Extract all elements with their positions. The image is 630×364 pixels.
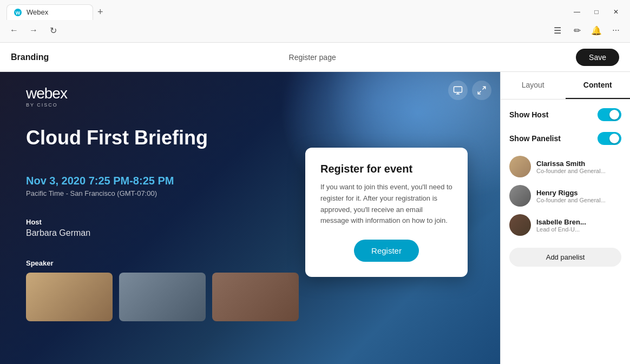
preview-area: webex by CISCO Cloud First Briefing Nov …	[0, 72, 500, 364]
window-controls: — □ ✕	[569, 4, 624, 19]
main-layout: webex by CISCO Cloud First Briefing Nov …	[0, 72, 630, 364]
forward-button[interactable]: →	[26, 23, 41, 38]
event-title: Cloud First Briefing	[26, 126, 208, 149]
panelist-info: Henry Riggs Co-founder and General...	[536, 189, 621, 203]
preview-desktop-button[interactable]	[448, 81, 468, 100]
speaker-photos	[26, 273, 299, 321]
browser-tab[interactable]: W Webex	[6, 4, 93, 20]
logo-text: webex	[26, 85, 67, 102]
svg-rect-2	[454, 87, 462, 92]
toolbar-right: ☰ ✏ 🔔 ···	[550, 23, 624, 38]
show-host-label: Show Host	[509, 110, 548, 119]
app-title: Branding	[11, 52, 49, 62]
event-timezone: Pacific Time - San Francisco (GMT-07:00)	[26, 189, 174, 197]
panelist-list: Clarissa Smith Co-founder and General...…	[509, 156, 621, 236]
browser-toolbar: ← → ↻ ☰ ✏ 🔔 ···	[0, 19, 630, 42]
bell-icon-button[interactable]: 🔔	[589, 23, 604, 38]
preview-controls	[448, 81, 491, 100]
preview-background: webex by CISCO Cloud First Briefing Nov …	[0, 72, 500, 364]
host-label: Host	[26, 218, 90, 226]
tab-content[interactable]: Content	[566, 72, 631, 99]
minimize-button[interactable]: —	[569, 4, 585, 19]
panelist-name: Isabelle Bren...	[536, 218, 621, 226]
panelist-role: Co-founder and General...	[536, 197, 621, 203]
maximize-button[interactable]: □	[589, 4, 604, 19]
panelist-info: Isabelle Bren... Lead of End-U...	[536, 218, 621, 233]
list-item: Clarissa Smith Co-founder and General...	[509, 156, 621, 177]
logo-sub: by CISCO	[26, 102, 67, 108]
more-icon-button[interactable]: ···	[608, 23, 624, 38]
show-host-row: Show Host	[509, 108, 621, 121]
tab-title: Webex	[27, 8, 48, 16]
webex-tab-icon: W	[14, 8, 22, 17]
browser-chrome: W Webex + — □ ✕ ← → ↻ ☰ ✏ 🔔 ···	[0, 0, 630, 43]
new-tab-button[interactable]: +	[93, 4, 108, 20]
app-header: Branding Register page Save	[0, 43, 630, 72]
browser-titlebar: W Webex + — □ ✕	[0, 0, 630, 19]
toggle-slider-panelist	[598, 132, 621, 145]
speaker-photo-2	[119, 273, 206, 321]
register-button[interactable]: Register	[354, 240, 419, 262]
list-item: Henry Riggs Co-founder and General...	[509, 185, 621, 207]
avatar	[509, 156, 531, 177]
register-modal-body: If you want to join this event, you'll n…	[320, 182, 452, 227]
show-panelist-label: Show Panelist	[509, 134, 561, 143]
tab-layout[interactable]: Layout	[501, 72, 566, 99]
register-page-label: Register page	[49, 53, 576, 62]
back-button[interactable]: ←	[6, 23, 22, 38]
register-modal: Register for event If you want to join t…	[305, 148, 468, 277]
preview-fullscreen-button[interactable]	[472, 81, 491, 100]
host-name: Barbara German	[26, 228, 90, 238]
svg-line-5	[483, 87, 485, 89]
right-panel: Layout Content Show Host Show Panelist	[500, 72, 630, 364]
add-panelist-button[interactable]: Add panelist	[509, 248, 621, 267]
webex-logo: webex by CISCO	[26, 85, 67, 108]
panelist-info: Clarissa Smith Co-founder and General...	[536, 160, 621, 174]
svg-text:W: W	[16, 10, 21, 16]
avatar	[509, 214, 531, 236]
register-modal-title: Register for event	[320, 163, 452, 175]
list-item: Isabelle Bren... Lead of End-U...	[509, 214, 621, 236]
speaker-photo-3	[212, 273, 299, 321]
speaker-photo-1	[26, 273, 113, 321]
panelist-role: Co-founder and General...	[536, 168, 621, 174]
event-date: Nov 3, 2020 7:25 PM-8:25 PM Pacific Time…	[26, 175, 174, 197]
show-panelist-row: Show Panelist	[509, 132, 621, 145]
toggle-slider-host	[598, 108, 621, 121]
edit-icon-button[interactable]: ✏	[569, 23, 585, 38]
refresh-button[interactable]: ↻	[45, 23, 61, 38]
close-button[interactable]: ✕	[608, 4, 624, 19]
menu-icon-button[interactable]: ☰	[550, 23, 565, 38]
panel-content: Show Host Show Panelist C	[501, 100, 630, 364]
svg-line-6	[478, 91, 481, 94]
show-panelist-toggle[interactable]	[598, 132, 621, 145]
show-host-toggle[interactable]	[598, 108, 621, 121]
panel-tabs: Layout Content	[501, 72, 630, 100]
event-speaker: Speaker	[26, 259, 299, 321]
panelist-role: Lead of End-U...	[536, 226, 621, 233]
avatar	[509, 185, 531, 207]
save-button[interactable]: Save	[576, 49, 619, 66]
panelist-name: Henry Riggs	[536, 189, 621, 197]
event-host: Host Barbara German	[26, 218, 90, 238]
panelist-name: Clarissa Smith	[536, 160, 621, 168]
speaker-label: Speaker	[26, 259, 299, 267]
event-date-text: Nov 3, 2020 7:25 PM-8:25 PM	[26, 175, 174, 187]
